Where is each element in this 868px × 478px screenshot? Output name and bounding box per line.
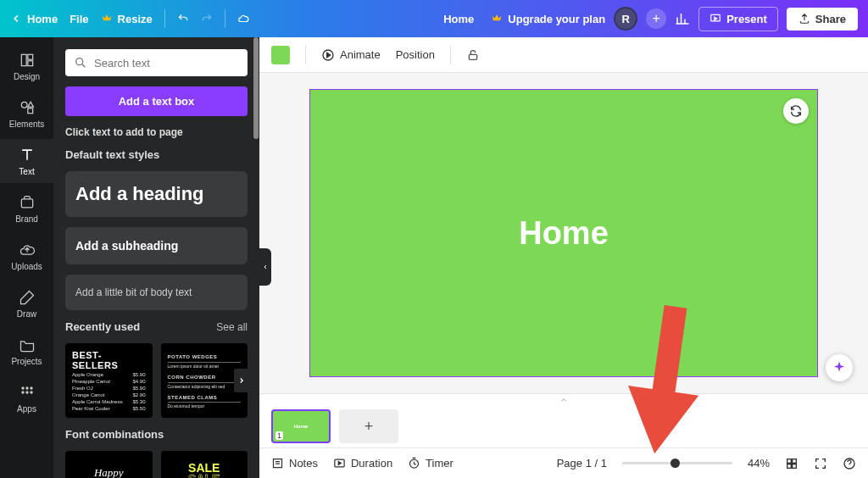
add-text-box-button[interactable]: Add a text box (65, 86, 248, 116)
recent-template-1[interactable]: BEST-SELLERS Apple Orange$5.90 Pineapple… (65, 343, 153, 418)
refresh-button[interactable] (783, 98, 809, 124)
ai-sparkle-button[interactable] (826, 354, 853, 381)
color-swatch[interactable] (271, 46, 290, 64)
timer-button[interactable]: Timer (408, 457, 453, 470)
upload-icon (19, 242, 36, 258)
separator (450, 46, 451, 64)
rail-draw[interactable]: Draw (0, 281, 53, 325)
rail-brand[interactable]: Brand (0, 186, 53, 231)
recent-next-button[interactable] (234, 369, 249, 392)
collapse-panel-button[interactable] (259, 248, 271, 286)
click-hint: Click text to add to page (65, 126, 248, 138)
brand-icon (19, 194, 36, 211)
redo-icon[interactable] (201, 13, 213, 25)
default-styles-label: Default text styles (65, 148, 248, 161)
font-combo-2[interactable]: SALE SALE SALE (161, 451, 248, 478)
lock-icon[interactable] (466, 48, 480, 62)
font-combos-label: Font combinations (65, 428, 248, 441)
undo-icon[interactable] (177, 13, 189, 25)
home-label: Home (27, 13, 58, 25)
font-combo-1[interactable]: Happy BIRTHDAY (65, 451, 153, 478)
collapse-thumbs[interactable] (259, 393, 868, 405)
zoom-label[interactable]: 44% (748, 457, 770, 470)
canvas-stage[interactable]: Home (259, 73, 868, 393)
upgrade-button[interactable]: Upgrade your plan (491, 13, 605, 25)
refresh-icon (789, 104, 803, 118)
rail-projects[interactable]: Projects (0, 329, 53, 373)
svg-rect-21 (793, 464, 797, 468)
notes-button[interactable]: Notes (271, 457, 318, 470)
zoom-slider[interactable] (622, 462, 732, 464)
resize-button[interactable]: Resize (101, 13, 153, 25)
help-icon[interactable] (843, 457, 856, 470)
svg-point-12 (30, 391, 32, 393)
doc-title[interactable]: Home (435, 8, 482, 31)
chevron-right-icon (237, 376, 246, 385)
svg-rect-20 (787, 464, 792, 468)
chevron-up-icon (559, 396, 569, 404)
page-indicator[interactable]: Page 1 / 1 (557, 457, 607, 470)
analytics-icon[interactable] (675, 11, 690, 26)
slide-text[interactable]: Home (519, 215, 609, 252)
recent-label: Recently used (65, 320, 140, 333)
canvas-toolbar: Animate Position (259, 37, 868, 73)
crown-icon (101, 13, 113, 25)
rail-text[interactable]: Text (0, 139, 53, 183)
fullscreen-icon[interactable] (814, 457, 827, 470)
svg-point-8 (25, 386, 28, 389)
search-input[interactable] (94, 57, 239, 69)
separator (305, 46, 306, 64)
sparkle-icon (832, 360, 847, 375)
animate-button[interactable]: Animate (321, 48, 381, 62)
rail-apps[interactable]: Apps (0, 376, 53, 420)
file-menu[interactable]: File (70, 13, 88, 25)
topbar-right: Home Upgrade your plan R + Present Share (435, 7, 858, 31)
svg-point-4 (21, 102, 27, 108)
rail-elements[interactable]: Elements (0, 92, 53, 136)
recent-grid: BEST-SELLERS Apple Orange$5.90 Pineapple… (65, 343, 248, 418)
svg-rect-18 (787, 459, 792, 463)
back-home-button[interactable]: Home (10, 13, 58, 25)
separator (164, 9, 165, 28)
scrollbar[interactable] (253, 37, 259, 139)
page-thumb-1[interactable]: Home 1 (271, 409, 331, 443)
bottom-bar: Notes Duration Timer Page 1 / 1 44% (259, 447, 868, 478)
rail-uploads[interactable]: Uploads (0, 234, 53, 278)
svg-point-11 (25, 391, 28, 393)
svg-rect-2 (27, 54, 32, 59)
projects-icon (19, 336, 36, 353)
add-page-button[interactable]: + (339, 409, 398, 443)
search-box[interactable] (65, 49, 248, 76)
duration-button[interactable]: Duration (333, 457, 392, 470)
chevron-left-icon (10, 13, 22, 25)
draw-icon (19, 289, 36, 306)
add-subheading-card[interactable]: Add a subheading (65, 227, 248, 264)
add-body-card[interactable]: Add a little bit of body text (65, 275, 248, 310)
avatar[interactable]: R (614, 7, 637, 31)
apps-icon (19, 384, 36, 401)
zoom-knob[interactable] (670, 459, 680, 468)
slide[interactable]: Home (309, 89, 818, 377)
duration-icon (333, 457, 346, 470)
position-button[interactable]: Position (396, 48, 435, 61)
svg-rect-1 (21, 54, 26, 65)
present-button[interactable]: Present (698, 7, 778, 31)
chevron-left-icon (262, 262, 269, 272)
svg-rect-15 (469, 54, 476, 59)
add-user-button[interactable]: + (646, 8, 666, 29)
cloud-icon[interactable] (237, 13, 249, 25)
timer-icon (408, 457, 420, 470)
svg-rect-5 (27, 108, 32, 113)
grid-view-icon[interactable] (785, 457, 798, 470)
crown-icon (491, 13, 503, 25)
separator (225, 9, 225, 28)
text-icon (19, 147, 36, 164)
topbar-left: Home File Resize (10, 9, 249, 28)
animate-icon (321, 48, 335, 62)
rail-design[interactable]: Design (0, 44, 53, 88)
see-all-link[interactable]: See all (216, 321, 248, 333)
svg-point-13 (76, 58, 83, 65)
add-heading-card[interactable]: Add a heading (65, 171, 248, 217)
thumbnail-strip: Home 1 + (259, 405, 868, 447)
share-button[interactable]: Share (787, 8, 858, 31)
